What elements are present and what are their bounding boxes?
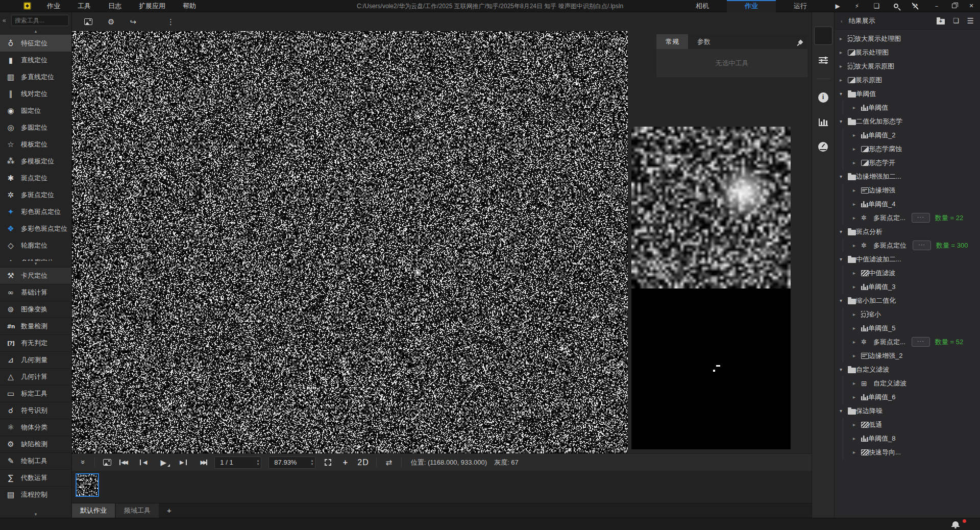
tree-item[interactable]: ▸ 形态学腐蚀 <box>835 142 980 156</box>
sidebar-tool-item[interactable]: ⚙ 缺陷检测 <box>0 436 71 452</box>
tool-search-input[interactable] <box>11 15 69 26</box>
sidebar-tool-item[interactable]: ⊚ 图像变换 <box>0 301 71 318</box>
spinner-down-icon[interactable]: ▾ <box>311 463 313 466</box>
expander-icon[interactable]: ▸ <box>853 394 861 400</box>
pin-button[interactable] <box>799 38 802 45</box>
more-options-button[interactable]: ··· <box>913 240 931 250</box>
run-icon[interactable]: ▶ <box>835 3 840 10</box>
expander-icon[interactable]: ▾ <box>840 298 848 303</box>
sidebar-tool-item[interactable]: ◎ 多圆定位 <box>0 119 71 136</box>
skip-last-icon[interactable]: ▶▶ <box>200 460 207 465</box>
expander-icon[interactable]: ▾ <box>840 118 848 124</box>
expander-icon[interactable]: ▸ <box>853 449 861 455</box>
tool-panel-tab[interactable]: 常规 <box>656 34 688 49</box>
menu-item[interactable]: 帮助 <box>174 0 205 12</box>
right-toolbar-item[interactable] <box>814 51 832 69</box>
menu-item[interactable]: 工具 <box>69 0 100 12</box>
expander-icon[interactable]: ▾ <box>840 256 848 262</box>
minimize-button[interactable]: − <box>928 0 945 12</box>
collapse-sidebar-icon[interactable]: « <box>3 17 9 24</box>
expander-icon[interactable]: ▸ <box>853 187 861 193</box>
tree-item[interactable]: ▸ ✲ 多斑点定... ··· 数量 = 22 <box>835 211 980 225</box>
job-tab[interactable]: 默认作业 <box>72 503 115 518</box>
frame-spinner[interactable]: 1 / 1 ▴▾ <box>214 456 261 469</box>
job-tab[interactable]: 频域工具 <box>116 503 159 518</box>
tree-item[interactable]: ▾ 二值化加形态学 <box>835 114 980 128</box>
menu-item[interactable]: 扩展应用 <box>130 0 174 12</box>
sidebar-tool-item[interactable]: ⚒ 卡尺定位 <box>0 267 71 284</box>
tree-item[interactable]: ▸ 单阈值_5 <box>835 321 980 335</box>
export-icon[interactable]: ↪ <box>130 17 136 27</box>
tree-item[interactable]: ▾ 斑点分析 <box>835 225 980 238</box>
expander-icon[interactable]: ▸ <box>853 160 861 165</box>
gear-icon[interactable]: ⚙ <box>108 17 114 27</box>
expander-icon[interactable]: ▸ <box>853 270 861 276</box>
expander-icon[interactable]: ▾ <box>840 91 848 97</box>
tree-item[interactable]: ▸ 边缘增强 <box>835 183 980 197</box>
expander-icon[interactable]: ▸ <box>853 243 861 248</box>
expander-icon[interactable]: ▸ <box>853 436 861 441</box>
expander-icon[interactable]: ▸ <box>853 353 861 358</box>
tree-item[interactable]: ▾ 边缘增强加二... <box>835 170 980 183</box>
sidebar-tool-item[interactable]: △ 几何计算 <box>0 368 71 385</box>
tree-item[interactable]: ▾ 单阈值 <box>835 87 980 101</box>
close-button[interactable]: ✕ <box>963 0 980 12</box>
tree-item[interactable]: ▸ 边缘增强_2 <box>835 349 980 363</box>
expander-icon[interactable]: ▾ <box>840 229 848 234</box>
zoom-preview-image[interactable] <box>631 127 791 288</box>
collapse-strip-button[interactable]: « <box>77 459 87 467</box>
tree-item[interactable]: ▸ 单阈值 <box>835 101 980 114</box>
sidebar-tool-item[interactable]: ♁ 特征定位 <box>0 35 71 52</box>
fit-view-button[interactable] <box>323 459 333 466</box>
sidebar-tool-item[interactable]: ⊿ 几何测量 <box>0 351 71 368</box>
right-toolbar-item[interactable] <box>814 27 832 45</box>
notifications-button[interactable] <box>952 520 963 528</box>
sidebar-tool-item[interactable]: ▮ 直线定位 <box>0 52 71 68</box>
sidebar-tool-item[interactable]: ◉ 圆定位 <box>0 102 71 119</box>
scroll-down-indicator[interactable]: ▾ <box>0 261 71 267</box>
tree-item[interactable]: ▸ 缩小 <box>835 307 980 321</box>
gallery-icon[interactable] <box>84 18 92 25</box>
sidebar-tool-item[interactable]: ▥ 多直线定位 <box>0 68 71 85</box>
more-options-button[interactable]: ··· <box>912 213 930 223</box>
mode-tab[interactable]: 运行 <box>776 0 825 12</box>
menu-item[interactable]: 作业 <box>38 0 69 12</box>
tree-item[interactable]: ▾ 自定义滤波 <box>835 363 980 376</box>
sidebar-tool-item[interactable]: ∥ 线对定位 <box>0 85 71 102</box>
gallery-button[interactable] <box>102 459 112 466</box>
right-toolbar-item[interactable] <box>814 88 832 107</box>
tree-item[interactable]: ▸ ⊞ 自定义滤波 <box>835 376 980 390</box>
sidebar-tool-item[interactable]: ☆ 模板定位 <box>0 136 71 153</box>
expander-icon[interactable]: ▸ <box>840 36 848 41</box>
expander-icon[interactable]: ▸ <box>840 63 848 69</box>
sidebar-tool-item[interactable]: #n 数量检测 <box>0 318 71 334</box>
more-options-button[interactable]: ··· <box>912 337 930 347</box>
tree-item[interactable]: ▸ 单阈值_6 <box>835 390 980 404</box>
sidebar-tool-item[interactable]: ∞ 基础计算 <box>0 284 71 301</box>
sidebar-tool-item[interactable]: ✱ 斑点定位 <box>0 170 71 186</box>
expander-icon[interactable]: ▸ <box>853 201 861 207</box>
tree-item[interactable]: ▸ 快速导向... <box>835 445 980 459</box>
expander-icon[interactable]: ▸ <box>853 325 861 331</box>
prev-icon[interactable]: ◀ <box>140 460 147 465</box>
tool-disabled-icon[interactable]: ⚒ <box>913 3 918 10</box>
right-toolbar-item[interactable] <box>814 137 832 156</box>
image-canvas-area[interactable] <box>72 31 628 453</box>
sidebar-tool-item[interactable]: ✎ 绘制工具 <box>0 452 71 469</box>
tree-item[interactable]: ▸ ✲ 多斑点定... ··· 数量 = 52 <box>835 335 980 349</box>
tree-item[interactable]: ▾ 缩小加二值化 <box>835 294 980 307</box>
tree-item[interactable]: ▾ 保边降噪 <box>835 404 980 418</box>
frame-thumbnail[interactable] <box>76 473 99 497</box>
scroll-down-indicator[interactable]: ▾ <box>0 512 71 518</box>
tree-item[interactable]: ▸ 放大展示原图 <box>835 59 980 73</box>
add-folder-icon[interactable] <box>937 19 945 25</box>
next-icon[interactable]: ▶ <box>180 460 187 465</box>
zoom-preview-pane[interactable] <box>631 127 791 288</box>
expander-icon[interactable]: ▸ <box>853 132 861 138</box>
expander-icon[interactable]: ▸ <box>853 105 861 110</box>
expander-icon[interactable]: ▾ <box>840 174 848 179</box>
sidebar-tool-item[interactable]: ∑ 代数运算 <box>0 469 71 486</box>
tree-item[interactable]: ▸ 放大展示处理图 <box>835 32 980 45</box>
sidebar-tool-item[interactable]: ✦ 彩色斑点定位 <box>0 203 71 220</box>
expander-icon[interactable]: ▾ <box>840 367 848 372</box>
